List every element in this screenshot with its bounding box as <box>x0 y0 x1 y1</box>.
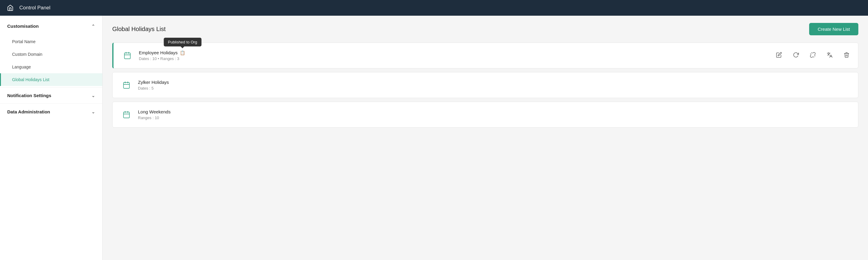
sidebar-item-custom-domain[interactable]: Custom Domain <box>0 48 102 61</box>
page-title: Global Holidays List <box>112 26 166 33</box>
sidebar-item-portal-name[interactable]: Portal Name <box>0 35 102 48</box>
delete-icon[interactable] <box>842 51 851 61</box>
sidebar-section-label-data-administration: Data Administration <box>7 109 50 114</box>
copy-icon[interactable]: 📋 <box>180 51 185 55</box>
sidebar-item-language[interactable]: Language <box>0 61 102 73</box>
sidebar-section-customisation: Customisation ⌃ Portal Name Custom Domai… <box>0 18 102 87</box>
sidebar-section-label-notification-settings: Notification Settings <box>7 93 51 98</box>
calendar-icon-long-weekends <box>120 108 133 121</box>
list-card-employee-holidays: Employee Holidays 📋 Published to Org Dat… <box>112 42 858 68</box>
card-info-zylker-holidays: Zylker Holidays Dates : 5 <box>138 79 851 91</box>
top-nav: Control Panel <box>0 0 868 16</box>
card-meta-employee-holidays: Dates : 10 • Ranges : 3 <box>139 56 775 61</box>
sidebar: Customisation ⌃ Portal Name Custom Domai… <box>0 16 103 260</box>
list-card-long-weekends: Long Weekends Ranges : 10 <box>112 102 858 128</box>
svg-rect-0 <box>124 53 130 59</box>
sidebar-item-global-holidays-list[interactable]: Global Holidays List <box>0 73 102 86</box>
card-name-zylker-holidays: Zylker Holidays <box>138 79 851 85</box>
refresh-icon[interactable] <box>792 51 800 61</box>
list-card-zylker-holidays: Zylker Holidays Dates : 5 <box>112 72 858 98</box>
card-name-long-weekends: Long Weekends <box>138 109 851 114</box>
card-info-employee-holidays: Employee Holidays 📋 Published to Org Dat… <box>139 50 775 61</box>
card-name-employee-holidays: Employee Holidays 📋 Published to Org <box>139 50 775 55</box>
calendar-icon-employee-holidays <box>121 49 134 62</box>
card-meta-zylker-holidays: Dates : 5 <box>138 86 851 91</box>
create-new-list-button[interactable]: Create New List <box>809 23 858 35</box>
card-info-long-weekends: Long Weekends Ranges : 10 <box>138 109 851 120</box>
sidebar-section-header-customisation[interactable]: Customisation ⌃ <box>0 18 102 34</box>
card-actions-employee-holidays <box>775 51 851 61</box>
unlink-icon[interactable] <box>809 51 817 61</box>
sidebar-section-data-administration: Data Administration ⌄ <box>0 103 102 120</box>
main-layout: Customisation ⌃ Portal Name Custom Domai… <box>0 16 868 260</box>
svg-rect-12 <box>123 112 129 118</box>
app-title: Control Panel <box>19 5 51 11</box>
home-icon[interactable] <box>6 4 14 12</box>
published-badge-anchor: 📋 Published to Org <box>180 51 185 55</box>
card-meta-long-weekends: Ranges : 10 <box>138 116 851 120</box>
content-area: Global Holidays List Create New List Emp… <box>103 16 868 260</box>
svg-rect-8 <box>123 82 129 88</box>
sidebar-section-label-customisation: Customisation <box>7 24 39 29</box>
chevron-down-icon-notification: ⌄ <box>91 93 95 98</box>
translate-icon[interactable] <box>826 51 834 61</box>
published-tooltip: Published to Org <box>163 38 201 46</box>
sidebar-section-notification-settings: Notification Settings ⌄ <box>0 87 102 103</box>
sidebar-section-header-data-administration[interactable]: Data Administration ⌄ <box>0 104 102 120</box>
edit-icon[interactable] <box>775 51 783 61</box>
sidebar-items-customisation: Portal Name Custom Domain Language Globa… <box>0 34 102 87</box>
chevron-down-icon-data-admin: ⌄ <box>91 109 95 114</box>
sidebar-section-header-notification-settings[interactable]: Notification Settings ⌄ <box>0 88 102 103</box>
content-header: Global Holidays List Create New List <box>112 23 858 35</box>
chevron-up-icon: ⌃ <box>91 24 95 29</box>
calendar-icon-zylker-holidays <box>120 78 133 92</box>
